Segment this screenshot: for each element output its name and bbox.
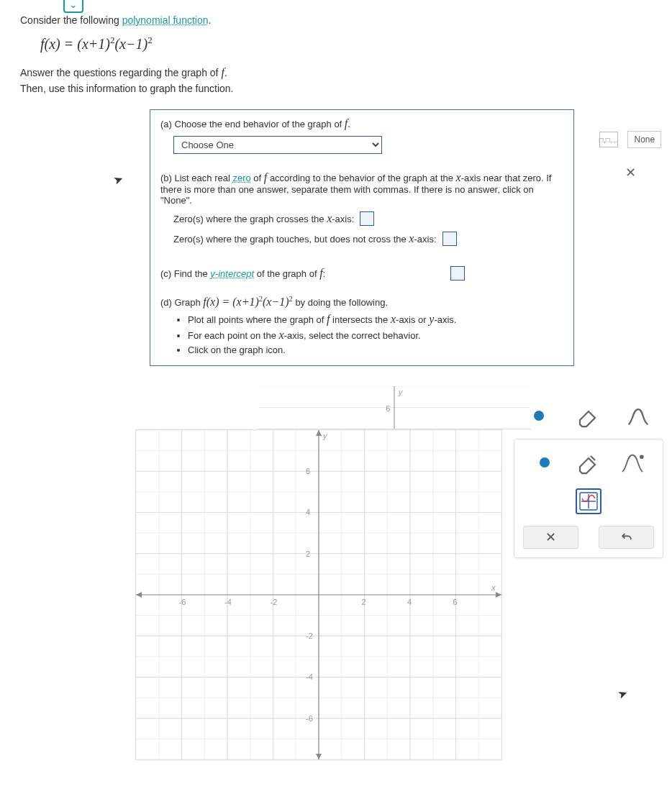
- svg-text:-6: -6: [179, 598, 186, 606]
- y-intercept-link[interactable]: y-intercept: [210, 268, 254, 279]
- tool-clear-button[interactable]: ✕: [523, 526, 578, 549]
- crosses-input[interactable]: [360, 211, 374, 226]
- chevron-down-icon[interactable]: ⌄: [63, 0, 83, 13]
- eraser-tool-small[interactable]: [576, 403, 601, 429]
- svg-text:-2: -2: [306, 631, 313, 640]
- graph-icon-tool[interactable]: [576, 488, 601, 514]
- crosses-row: Zero(s) where the graph crosses the x-ax…: [160, 211, 563, 226]
- yintercept-input[interactable]: [450, 266, 465, 280]
- part-d: (d) Graph f(x) = (x+1)2(x−1)2 by doing t…: [150, 288, 573, 365]
- end-behavior-select[interactable]: Choose One: [173, 136, 382, 154]
- touches-row: Zero(s) where the graph touches, but doe…: [160, 232, 563, 246]
- curve-tool-small[interactable]: [625, 403, 651, 429]
- svg-marker-53: [496, 592, 501, 598]
- d-step-2: For each point on the x-axis, select the…: [188, 329, 563, 342]
- svg-text:-4: -4: [306, 672, 313, 681]
- none-button[interactable]: None: [627, 131, 661, 148]
- svg-text:y: y: [322, 432, 328, 440]
- list-format-icon[interactable]: □,□,...: [599, 132, 618, 147]
- behavior-curve-tool[interactable]: [619, 450, 645, 475]
- point-tool-small[interactable]: [526, 403, 552, 429]
- touches-input[interactable]: [442, 232, 457, 246]
- question-box: (a) Choose the end behavior of the graph…: [150, 109, 574, 366]
- instructions: Answer the questions regarding the graph…: [20, 64, 652, 96]
- svg-text:2: 2: [361, 598, 365, 606]
- coordinate-plane[interactable]: -6-4-2246-6-4-2246yx: [135, 429, 502, 760]
- formula-display: f(x) = (x+1)2(x−1)2: [40, 35, 652, 53]
- zero-link[interactable]: zero: [232, 173, 250, 183]
- tool-panel: ✕: [514, 439, 663, 558]
- svg-text:6: 6: [386, 404, 390, 413]
- side-palette: □,□,... None ✕: [594, 128, 666, 194]
- svg-marker-56: [316, 754, 322, 759]
- d-step-1: Plot all points where the graph of f int…: [188, 313, 563, 326]
- svg-marker-55: [136, 592, 142, 598]
- tool-row-1: [514, 401, 663, 430]
- intro-text: Consider the following polynomial functi…: [20, 14, 652, 26]
- part-b: (b) List each real zero of f according t…: [150, 164, 573, 259]
- svg-text:4: 4: [306, 508, 310, 516]
- svg-text:2: 2: [306, 549, 310, 558]
- svg-text:-2: -2: [271, 598, 278, 606]
- part-c: (c) Find the y-intercept of the graph of…: [150, 259, 573, 288]
- tool-undo-button[interactable]: [599, 526, 654, 549]
- svg-text:6: 6: [306, 467, 310, 475]
- eraser-tool[interactable]: [576, 450, 601, 475]
- svg-text:4: 4: [407, 598, 412, 606]
- part-a: (a) Choose the end behavior of the graph…: [150, 110, 573, 164]
- svg-marker-54: [316, 430, 322, 436]
- polynomial-function-link[interactable]: polynomial function: [122, 14, 209, 26]
- graph-top-fragment: y 6: [258, 386, 531, 429]
- d-step-3: Click on the graph icon.: [188, 345, 563, 355]
- svg-text:-6: -6: [306, 714, 313, 723]
- svg-text:6: 6: [453, 598, 457, 606]
- svg-text:x: x: [491, 583, 496, 592]
- svg-text:y: y: [398, 388, 403, 396]
- svg-text:-4: -4: [224, 598, 232, 606]
- side-close-icon[interactable]: ✕: [622, 162, 639, 183]
- svg-point-71: [640, 455, 643, 458]
- point-tool[interactable]: [532, 450, 558, 475]
